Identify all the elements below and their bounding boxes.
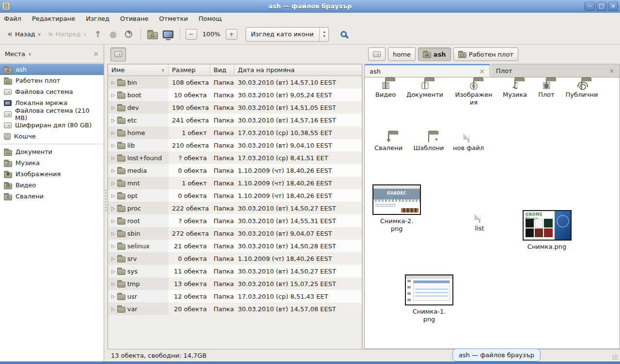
menu-item[interactable]: Отметки bbox=[159, 15, 187, 22]
expander-icon[interactable]: ▷ bbox=[111, 92, 115, 98]
view-mode-select[interactable]: Изглед като икони ▴ ▾ bbox=[246, 27, 329, 42]
expander-icon[interactable]: ▷ bbox=[111, 193, 115, 198]
menu-item[interactable]: Изглед bbox=[86, 15, 109, 22]
home-button[interactable] bbox=[145, 27, 160, 42]
expander-icon[interactable]: ▷ bbox=[111, 118, 115, 123]
tree-row[interactable]: ▷ home 1 обект Папка 17.03.2010 (ср) 10,… bbox=[108, 126, 362, 139]
file-icon[interactable]: GUADEC Снимка-2. png bbox=[370, 184, 423, 233]
file-icon[interactable]: Документи bbox=[398, 81, 451, 99]
file-icon[interactable]: Снимка-1. png bbox=[403, 274, 456, 324]
expander-icon[interactable]: ▷ bbox=[111, 80, 115, 85]
tree-row[interactable]: ▷ proc 222 обекта Папка 30.03.2010 (вт) … bbox=[108, 202, 362, 214]
search-button[interactable] bbox=[336, 27, 351, 42]
back-button[interactable]: « Назад ∨ bbox=[4, 28, 45, 40]
sidebar-splitter[interactable] bbox=[104, 45, 108, 362]
breadcrumb-button[interactable]: ash bbox=[418, 47, 451, 61]
computer-button[interactable] bbox=[160, 27, 176, 42]
taskbar-window-button[interactable]: ash — файлов браузър bbox=[452, 349, 541, 362]
expander-icon[interactable]: ▷ bbox=[111, 269, 115, 274]
column-header-date[interactable]: Дата на промяна bbox=[234, 64, 362, 76]
file-icon[interactable]: нов файл bbox=[442, 135, 495, 152]
tree-row[interactable]: ▷ root ? обекта Папка 30.03.2010 (вт) 14… bbox=[108, 214, 362, 227]
tree-row[interactable]: ▷ srv 0 обекта Папка 1.10.2009 (чт) 18,4… bbox=[108, 252, 362, 265]
tree-row[interactable]: ▷ sys 11 обекта Папка 30.03.2010 (вт) 14… bbox=[108, 265, 362, 277]
expander-icon[interactable]: ▷ bbox=[111, 231, 115, 236]
expander-icon[interactable]: ▷ bbox=[111, 130, 115, 136]
menu-item[interactable]: Помощ bbox=[199, 15, 222, 22]
sidebar-item[interactable]: ash bbox=[0, 64, 104, 75]
sidebar-item[interactable]: Свалени bbox=[0, 191, 104, 202]
sidebar-item[interactable]: Музика bbox=[0, 157, 104, 168]
tab-close-icon[interactable]: × bbox=[609, 67, 615, 75]
forward-button[interactable]: » Напред ∨ bbox=[45, 28, 90, 40]
combo-spinner-icon[interactable]: ▴ ▾ bbox=[319, 28, 328, 41]
tree-row[interactable]: ▷ usr 12 обекта Папка 17.03.2010 (ср) 8,… bbox=[108, 290, 362, 303]
breadcrumb-button[interactable]: Работен плот bbox=[453, 47, 518, 61]
sidebar-item[interactable]: Кошче bbox=[0, 131, 104, 142]
sidebar-item[interactable]: Видео bbox=[0, 180, 104, 191]
expander-icon[interactable]: ▷ bbox=[111, 181, 115, 186]
tree-row[interactable]: ▷ tmp 13 обекта Папка 30.03.2010 (вт) 15… bbox=[108, 277, 362, 290]
close-button[interactable]: × bbox=[608, 2, 618, 11]
expander-icon[interactable]: ▷ bbox=[111, 143, 115, 148]
sidebar-item[interactable]: Шифриран дял (80 GB) bbox=[0, 120, 104, 131]
sidebar-item[interactable]: Работен плот bbox=[0, 75, 104, 86]
expander-icon[interactable]: ▷ bbox=[111, 281, 115, 287]
tab[interactable]: ash × bbox=[364, 64, 490, 77]
sidebar-item[interactable]: Изображения bbox=[0, 168, 104, 180]
tree-row[interactable]: ▷ sbin 272 обекта Папка 30.03.2010 (вт) … bbox=[108, 227, 362, 240]
maximize-button[interactable]: □ bbox=[596, 2, 606, 11]
stop-button[interactable]: ● bbox=[106, 27, 121, 42]
tree-row[interactable]: ▷ etc 241 обекта Папка 30.03.2010 (вт) 1… bbox=[108, 114, 362, 126]
expander-icon[interactable]: ▷ bbox=[111, 256, 115, 261]
file-icon[interactable]: Публични bbox=[555, 81, 608, 99]
expander-icon[interactable]: ▷ bbox=[111, 168, 115, 173]
sidebar-item[interactable]: Файлова система (210 MB) bbox=[0, 108, 104, 120]
sidebar-item[interactable]: Файлова система bbox=[0, 86, 104, 97]
tree-row[interactable]: ▷ lib 210 обекта Папка 30.03.2010 (вт) 9… bbox=[108, 139, 362, 152]
file-icon[interactable]: list bbox=[453, 215, 506, 232]
back-dropdown-icon[interactable]: ∨ bbox=[38, 31, 41, 37]
places-dropdown-icon[interactable]: ∨ bbox=[28, 51, 31, 57]
tree-row[interactable]: ▷ media 0 обекта Папка 1.10.2009 (чт) 18… bbox=[108, 164, 362, 177]
resize-grip-icon[interactable] bbox=[612, 354, 619, 361]
tree-row[interactable]: ▷ selinux 21 обекта Папка 30.03.2010 (вт… bbox=[108, 240, 362, 252]
titlebar[interactable]: ash — файлов браузър − □ × bbox=[0, 0, 620, 13]
tree-row[interactable]: ▷ bin 108 обекта Папка 30.03.2010 (вт) 1… bbox=[108, 76, 362, 89]
tree-row[interactable]: ▷ mnt 1 обект Папка 1.10.2009 (чт) 18,40… bbox=[108, 177, 362, 189]
expander-icon[interactable]: ▷ bbox=[111, 294, 115, 299]
expander-icon[interactable]: ▷ bbox=[111, 218, 115, 224]
places-title[interactable]: Места bbox=[5, 50, 25, 58]
expander-icon[interactable]: ▷ bbox=[111, 243, 115, 249]
expander-icon[interactable]: ▷ bbox=[111, 206, 115, 211]
sidebar-item[interactable]: Документи bbox=[0, 146, 104, 157]
places-close-icon[interactable]: × bbox=[93, 50, 99, 58]
breadcrumb-button[interactable] bbox=[368, 47, 386, 61]
filesystem-root-button[interactable] bbox=[110, 47, 126, 61]
menu-item[interactable]: Отиване bbox=[120, 15, 148, 22]
column-header-type[interactable]: Вид bbox=[210, 64, 234, 76]
tab[interactable]: Плот × bbox=[491, 64, 620, 77]
icon-view[interactable]: Видео Документи Изображен ия Музика Плот… bbox=[364, 77, 620, 349]
tree-row[interactable]: ▷ opt 0 обекта Папка 1.10.2009 (чт) 18,4… bbox=[108, 189, 362, 202]
breadcrumb-button[interactable]: home bbox=[388, 47, 416, 61]
up-button[interactable]: ↑ bbox=[90, 27, 106, 42]
file-icon[interactable]: GNOME Store Снимка.png bbox=[520, 210, 574, 251]
reload-button[interactable] bbox=[121, 27, 137, 42]
tree-row[interactable]: ▷ var 20 обекта Папка 30.03.2010 (вт) 14… bbox=[108, 303, 362, 315]
expander-icon[interactable]: ▷ bbox=[111, 306, 115, 312]
tab-close-icon[interactable]: × bbox=[479, 67, 485, 75]
expander-icon[interactable]: ▷ bbox=[111, 105, 115, 110]
tab-bar: ash × Плот × bbox=[364, 64, 620, 77]
column-header-name[interactable]: Име ∨ bbox=[108, 64, 169, 76]
tree-row[interactable]: ▷ dev 190 обекта Папка 30.03.2010 (вт) 1… bbox=[108, 101, 362, 114]
menu-item[interactable]: Файл bbox=[4, 15, 21, 22]
minimize-button[interactable]: − bbox=[585, 2, 595, 11]
column-header-size[interactable]: Размер bbox=[169, 64, 210, 76]
zoom-in-button[interactable]: + bbox=[226, 29, 237, 40]
tree-row[interactable]: ▷ lost+found ? обекта Папка 17.03.2010 (… bbox=[108, 152, 362, 164]
expander-icon[interactable]: ▷ bbox=[111, 155, 115, 161]
zoom-out-button[interactable]: − bbox=[186, 29, 197, 40]
tree-row[interactable]: ▷ boot 10 обекта Папка 30.03.2010 (вт) 9… bbox=[108, 89, 362, 101]
menu-item[interactable]: Редактиране bbox=[32, 15, 75, 22]
